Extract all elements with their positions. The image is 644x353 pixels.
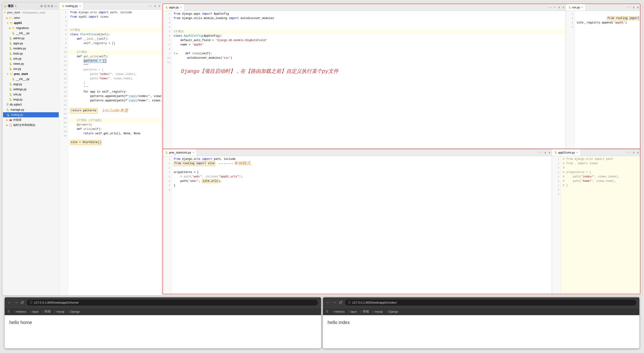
app01-urls-tab-action2[interactable]: ∨	[636, 151, 640, 154]
sidebar-split-icon[interactable]: ⧉	[48, 4, 50, 8]
sidebar-settings-icon[interactable]: ⚙	[50, 4, 54, 8]
sidebar-item-wsgi[interactable]: 🐍 wsgi.py	[2, 97, 59, 102]
code-line: name = 'app01'	[172, 43, 566, 47]
bookmark-layui-1[interactable]: □ layui	[30, 310, 38, 313]
browser-forward-btn-1[interactable]: →	[14, 300, 18, 305]
prev-urls-tab-close[interactable]: ✕	[192, 151, 194, 154]
code-line: 1个用法	[68, 28, 161, 32]
code-line: urlpatterns = [	[172, 170, 552, 175]
xxx-tab-label: xxx.py	[572, 6, 580, 9]
sidebar-item-app01[interactable]: ▼ 📁 app01	[2, 20, 59, 25]
browser-back-btn-1[interactable]: ←	[8, 300, 12, 305]
sidebar-list-icon[interactable]: ☰	[44, 4, 47, 8]
sidebar-item-external-lib[interactable]: ▶ 📦 外部库	[2, 117, 59, 122]
routing-tab-action2[interactable]: ∨	[157, 4, 161, 8]
browser-refresh-btn-2[interactable]: ↺	[339, 300, 342, 305]
sidebar-item-tests[interactable]: 🐍 tests.py	[2, 51, 59, 56]
prev-urls-line-numbers: 1 2 3 4 5 6 7 8	[163, 156, 172, 294]
bookmark-mkdocs-2[interactable]: □ mkdocs	[332, 310, 344, 313]
apps-tab-close[interactable]: ✕	[180, 6, 182, 8]
routing-line-numbers: 1 2 3 4 5 6 7 8 9 10 11 12 13	[60, 9, 68, 295]
tab-apps[interactable]: 🐍 apps.py ✕	[163, 4, 184, 11]
browser-forward-btn-2[interactable]: →	[332, 300, 336, 305]
browser-window-2: ← → ↺ ⓘ 127.0.0.1:8000/web/app01/index/ …	[323, 297, 639, 348]
bookmark-mkdocs-1[interactable]: □ mkdocs	[14, 310, 26, 313]
code-line: 1个用法	[68, 50, 161, 54]
code-line: ]	[172, 183, 552, 188]
prev-urls-tab-action2[interactable]: ∨	[548, 151, 552, 154]
code-line: patterns = []	[68, 59, 161, 63]
sidebar-item-settings[interactable]: 🐍 settings.py	[2, 87, 59, 92]
browser-back-btn-2[interactable]: ←	[326, 300, 330, 305]
app01-urls-code-content: # from django.urls import path # from . …	[561, 156, 640, 294]
sidebar-item-init-prev[interactable]: 🐍 __init__.py	[2, 76, 59, 82]
sidebar-item-xxx[interactable]: 🐍 xxx.py	[2, 66, 59, 71]
sidebar-item-models[interactable]: 🐍 models.py	[2, 46, 59, 51]
bookmark-mysql-1[interactable]: □ mysql	[54, 310, 64, 313]
code-line: from django.apps import AppConfig	[172, 12, 566, 16]
app01-urls-tab-action1[interactable]: ∧	[632, 151, 636, 154]
tab-app01-urls[interactable]: 🐍 app01/urls.py ✕	[552, 149, 580, 156]
routing-tab-close[interactable]: ✕	[79, 5, 81, 7]
sidebar-item-routing[interactable]: 🐍 routing.py	[3, 112, 59, 117]
sidebar-item-migrations[interactable]: ▶ 📁 migrations	[2, 25, 59, 31]
sidebar-item-prev-stark-folder[interactable]: ▼ 📁 prev_stark	[2, 71, 59, 76]
prev-urls-tab-bar: 🐍 prev_stark/urls.py ✕ ⚠ 1 ∧ ∨	[163, 149, 552, 156]
sidebar-item-db[interactable]: 🗄 db.sqlite3	[2, 102, 59, 107]
routing-editor-panel: 🐍 routing.py ✕ ⚠ 1 ∧ ∨ 1 2 3	[60, 2, 162, 295]
single-mode-annotation: 单例模式	[234, 161, 251, 166]
bookmark-django-2[interactable]: □ Django	[386, 310, 398, 313]
tab-prev-urls[interactable]: 🐍 prev_stark/urls.py ✕	[163, 149, 197, 156]
sidebar-item-temp[interactable]: ▶ 📋 临时文件和控制台	[2, 122, 59, 128]
code-line: from django.utils.module_loading import …	[172, 16, 566, 21]
tab-xxx[interactable]: 🐍 xxx.py ✕	[566, 4, 586, 11]
apps-tab-action2[interactable]: ∨	[561, 5, 566, 9]
sidebar-item-admin[interactable]: 🐍 admin.py	[2, 36, 59, 41]
bookmark-mysql-2[interactable]: □ mysql	[372, 310, 383, 313]
browser-refresh-btn-1[interactable]: ↺	[20, 300, 24, 305]
code-line	[172, 21, 566, 25]
code-line	[68, 46, 161, 50]
browser-url-bar-2[interactable]: ⓘ 127.0.0.1:8000/web/app01/index/	[344, 299, 636, 306]
xxx-tab-close[interactable]: ✕	[581, 6, 583, 8]
code-line: @property	[68, 123, 161, 127]
bookmark-folder-layui-1: □	[30, 310, 32, 313]
routing-tab-action1[interactable]: ∧	[153, 4, 157, 8]
folder-icon: ▶	[4, 4, 7, 8]
sidebar-item-venv[interactable]: ▶ 📁 .venv	[2, 15, 59, 20]
bookmark-django-1[interactable]: □ Django	[68, 310, 80, 313]
bookmark-frontend-2[interactable]: □ 前端	[360, 309, 369, 314]
apps-tab-more[interactable]: ⋯	[548, 5, 553, 9]
routing-tab-warning: ⚠ 1	[147, 4, 153, 7]
browser-url-bar-1[interactable]: ⓘ 127.0.0.1:8000/web/app01/home/	[26, 299, 318, 306]
app01-urls-tab-label: app01/urls.py	[558, 151, 575, 154]
sidebar-item-urls-prev[interactable]: 🐍 urls.py	[2, 92, 59, 97]
code-line: 1个用法 (1个动态)	[68, 118, 161, 123]
bookmark-layui-2[interactable]: □ layui	[348, 310, 356, 313]
code-line: """	[68, 85, 161, 90]
sidebar-item-views[interactable]: 🐍 views.py	[2, 61, 59, 66]
code-line: """	[68, 63, 161, 68]
code-line	[68, 136, 161, 140]
xxx-tab-action2[interactable]: ∨	[636, 5, 640, 9]
code-line	[172, 25, 566, 29]
app01-urls-tab-close[interactable]: ✕	[576, 151, 578, 154]
sidebar-gear-icon[interactable]: ⚙	[40, 4, 43, 8]
sidebar-close-icon[interactable]: —	[54, 4, 57, 8]
xxx-line-numbers: 1 2 3 4	[566, 11, 575, 149]
bookmark-frontend-1[interactable]: □ 前端	[42, 309, 50, 314]
code-line-from-routing: from routing import site 单例模式	[172, 161, 552, 166]
code-line: path('home/', views.home),	[68, 76, 161, 81]
bookmark-folder-2: □	[332, 310, 334, 313]
tab-routing[interactable]: 🐍 routing.py ✕	[60, 2, 84, 9]
apps-tab-action1[interactable]: ∧	[557, 5, 561, 9]
sidebar-item-apps[interactable]: 🐍 apps.py	[2, 41, 59, 46]
sidebar-item-init-app01[interactable]: 🐍 __init__.py	[2, 31, 59, 36]
sidebar-item-asgi[interactable]: 🐍 asgi.py	[2, 82, 59, 87]
code-line	[172, 188, 552, 192]
code-line: autodiscover_modules('xxx')	[172, 56, 566, 60]
sidebar-item-manage[interactable]: 🐍 manage.py	[2, 107, 59, 112]
xxx-tab-action1[interactable]: ∧	[632, 5, 636, 9]
prev-urls-tab-action1[interactable]: ∧	[543, 151, 548, 154]
sidebar-item-urls-app01[interactable]: 🐍 urls.py	[2, 56, 59, 61]
